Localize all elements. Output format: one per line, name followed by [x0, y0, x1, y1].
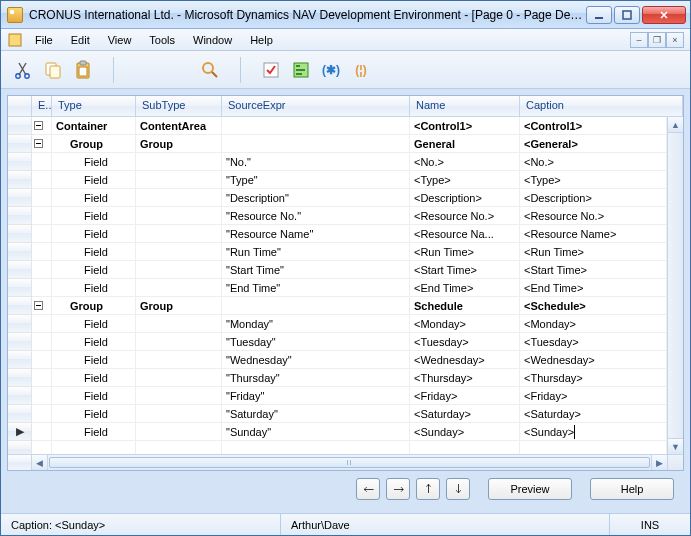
mdi-minimize-button[interactable]: –: [630, 32, 648, 48]
expander-cell[interactable]: [32, 117, 52, 135]
cell-subtype[interactable]: [136, 387, 222, 405]
cut-button[interactable]: [11, 58, 35, 82]
cell-type[interactable]: Field: [52, 243, 136, 261]
row-selector[interactable]: [8, 315, 32, 333]
row-selector[interactable]: [8, 153, 32, 171]
column-expander[interactable]: E..: [32, 96, 52, 116]
maximize-button[interactable]: [614, 6, 640, 24]
cell-name[interactable]: <Resource Na...: [410, 225, 520, 243]
column-caption[interactable]: Caption: [520, 96, 683, 116]
cell-subtype[interactable]: [136, 315, 222, 333]
properties-button[interactable]: [289, 58, 313, 82]
minimize-button[interactable]: [586, 6, 612, 24]
table-row[interactable]: Field"Thursday"<Thursday><Thursday>: [8, 369, 667, 387]
cell-type[interactable]: Group: [52, 135, 136, 153]
table-row[interactable]: Field"Run Time"<Run Time><Run Time>: [8, 243, 667, 261]
cell-type[interactable]: Group: [52, 297, 136, 315]
bracket-b-button[interactable]: (¦): [349, 58, 373, 82]
cell-type[interactable]: Field: [52, 369, 136, 387]
cell-caption[interactable]: <Control1>: [520, 117, 667, 135]
cell-subtype[interactable]: [136, 153, 222, 171]
cell-sourceexpr[interactable]: "Wednesday": [222, 351, 410, 369]
table-row[interactable]: Field"Resource Name"<Resource Na...<Reso…: [8, 225, 667, 243]
cell-caption[interactable]: <Run Time>: [520, 243, 667, 261]
cell-subtype[interactable]: [136, 279, 222, 297]
system-menu-icon[interactable]: [7, 32, 23, 48]
cell-type[interactable]: Field: [52, 387, 136, 405]
bracket-a-button[interactable]: (✱): [319, 58, 343, 82]
expander-cell[interactable]: [32, 297, 52, 315]
collapse-icon[interactable]: [34, 139, 43, 148]
cell-subtype[interactable]: ContentArea: [136, 117, 222, 135]
move-left-button[interactable]: 🡐: [356, 478, 380, 500]
row-header-column[interactable]: [8, 96, 32, 116]
cell-type[interactable]: Field: [52, 405, 136, 423]
find-button[interactable]: [198, 58, 222, 82]
cell-caption[interactable]: <Wednesday>: [520, 351, 667, 369]
table-row[interactable]: Field"Resource No."<Resource No.><Resour…: [8, 207, 667, 225]
menu-file[interactable]: File: [27, 32, 61, 48]
cell-subtype[interactable]: Group: [136, 135, 222, 153]
cell-subtype[interactable]: [136, 207, 222, 225]
mdi-restore-button[interactable]: ❐: [648, 32, 666, 48]
cell-name[interactable]: <Saturday>: [410, 405, 520, 423]
cell-subtype[interactable]: [136, 243, 222, 261]
cell-caption[interactable]: <Monday>: [520, 315, 667, 333]
row-selector[interactable]: [8, 117, 32, 135]
row-selector[interactable]: [8, 279, 32, 297]
cell-sourceexpr[interactable]: "Resource Name": [222, 225, 410, 243]
row-selector[interactable]: [8, 171, 32, 189]
menu-tools[interactable]: Tools: [141, 32, 183, 48]
cell-sourceexpr[interactable]: "Friday": [222, 387, 410, 405]
cell-subtype[interactable]: [136, 405, 222, 423]
scroll-left-icon[interactable]: ◀: [32, 455, 48, 470]
table-row[interactable]: Field"No."<No.><No.>: [8, 153, 667, 171]
row-selector[interactable]: [8, 369, 32, 387]
cell-name[interactable]: <Tuesday>: [410, 333, 520, 351]
cell-caption[interactable]: <Friday>: [520, 387, 667, 405]
cell-name[interactable]: <No.>: [410, 153, 520, 171]
cell-type[interactable]: Field: [52, 189, 136, 207]
row-selector[interactable]: [8, 261, 32, 279]
row-selector[interactable]: [8, 189, 32, 207]
move-down-button[interactable]: 🡓: [446, 478, 470, 500]
cell-caption[interactable]: <Description>: [520, 189, 667, 207]
cell-caption[interactable]: <Tuesday>: [520, 333, 667, 351]
cell-sourceexpr[interactable]: "Start Time": [222, 261, 410, 279]
table-row[interactable]: Field"End Time"<End Time><End Time>: [8, 279, 667, 297]
cell-caption[interactable]: <Resource No.>: [520, 207, 667, 225]
row-selector[interactable]: [8, 243, 32, 261]
row-selector[interactable]: [8, 351, 32, 369]
cell-name[interactable]: <Wednesday>: [410, 351, 520, 369]
column-subtype[interactable]: SubType: [136, 96, 222, 116]
cell-subtype[interactable]: [136, 261, 222, 279]
cell-name[interactable]: General: [410, 135, 520, 153]
cell-type[interactable]: Field: [52, 225, 136, 243]
row-selector[interactable]: [8, 207, 32, 225]
cell-name[interactable]: <Monday>: [410, 315, 520, 333]
cell-caption[interactable]: <End Time>: [520, 279, 667, 297]
cell-subtype[interactable]: [136, 189, 222, 207]
cell-sourceexpr[interactable]: "Type": [222, 171, 410, 189]
cell-type[interactable]: Field: [52, 207, 136, 225]
menu-help[interactable]: Help: [242, 32, 281, 48]
cell-subtype[interactable]: [136, 351, 222, 369]
row-selector[interactable]: ▶: [8, 423, 32, 441]
table-row[interactable]: GroupGroupGeneral<General>: [8, 135, 667, 153]
table-row[interactable]: Field"Friday"<Friday><Friday>: [8, 387, 667, 405]
cell-sourceexpr[interactable]: "End Time": [222, 279, 410, 297]
table-row[interactable]: Field"Tuesday"<Tuesday><Tuesday>: [8, 333, 667, 351]
cell-name[interactable]: <Start Time>: [410, 261, 520, 279]
cell-name[interactable]: <Run Time>: [410, 243, 520, 261]
horizontal-scrollbar[interactable]: ◀ ▶: [32, 454, 667, 470]
cell-name[interactable]: <End Time>: [410, 279, 520, 297]
cell-subtype[interactable]: Group: [136, 297, 222, 315]
cell-name[interactable]: Schedule: [410, 297, 520, 315]
table-row[interactable]: Field"Start Time"<Start Time><Start Time…: [8, 261, 667, 279]
cell-sourceexpr[interactable]: [222, 135, 410, 153]
cell-subtype[interactable]: [136, 171, 222, 189]
cell-subtype[interactable]: [136, 423, 222, 441]
menu-window[interactable]: Window: [185, 32, 240, 48]
copy-button[interactable]: [41, 58, 65, 82]
table-row[interactable]: Field"Wednesday"<Wednesday><Wednesday>: [8, 351, 667, 369]
